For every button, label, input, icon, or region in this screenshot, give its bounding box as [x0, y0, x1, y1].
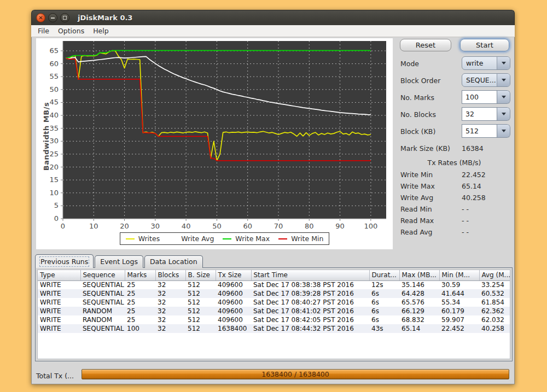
- table-cell: WRITE: [38, 324, 80, 333]
- table-cell: 62.032: [479, 315, 510, 324]
- column-header[interactable]: Blocks: [155, 270, 185, 280]
- write-avg-label: Write Avg: [400, 194, 433, 202]
- legend-item: Write Min: [278, 235, 323, 243]
- reset-button[interactable]: Reset: [400, 39, 451, 51]
- runs-table-wrap: TypeSequenceMarksBlocksB. SizeTx SizeSta…: [37, 270, 510, 359]
- svg-text:70: 70: [274, 222, 283, 230]
- table-cell: 512: [185, 280, 216, 289]
- table-cell: 409600: [216, 307, 251, 315]
- no-blocks-dropdown-button[interactable]: [497, 107, 510, 121]
- close-button[interactable]: ✕: [36, 13, 45, 22]
- read-min-label: Read Min: [400, 205, 432, 213]
- chart-legend: WritesWrite AvgWrite MaxWrite Min: [63, 232, 386, 245]
- table-cell: 60.179: [439, 307, 479, 315]
- block-order-dropdown-button[interactable]: [497, 74, 510, 86]
- read-min-value: - -: [462, 205, 469, 213]
- column-header[interactable]: Type: [38, 270, 80, 280]
- table-row[interactable]: WRITESEQUENTIAL100325121638400Sat Dec 17…: [38, 324, 510, 333]
- table-cell: 64.428: [399, 289, 439, 298]
- block-kb-dropdown-button[interactable]: [497, 124, 510, 138]
- table-row[interactable]: WRITERANDOM2532512409600Sat Dec 17 08:42…: [38, 315, 510, 324]
- no-blocks-input[interactable]: 32: [462, 107, 510, 121]
- table-cell: 61.854: [479, 298, 510, 307]
- column-header[interactable]: Avg (M...: [479, 270, 510, 280]
- runs-table: TypeSequenceMarksBlocksB. SizeTx SizeSta…: [38, 270, 510, 333]
- read-avg-value: - -: [462, 228, 469, 236]
- menu-options[interactable]: Options: [54, 25, 89, 37]
- menu-file[interactable]: File: [33, 25, 54, 37]
- table-cell: WRITE: [38, 315, 80, 324]
- menu-help[interactable]: Help: [89, 25, 113, 37]
- table-row[interactable]: WRITESEQUENTIAL2532512409600Sat Dec 17 0…: [38, 289, 510, 298]
- tab-data-location[interactable]: Data Location: [144, 255, 203, 268]
- table-cell: 409600: [216, 289, 251, 298]
- chevron-down-icon: [502, 130, 506, 132]
- svg-text:45: 45: [49, 98, 59, 106]
- minimize-button[interactable]: [48, 13, 57, 22]
- table-cell: SEQUENTIAL: [80, 289, 125, 298]
- table-row[interactable]: WRITESEQUENTIAL2532512409600Sat Dec 17 0…: [38, 298, 510, 307]
- block-kb-label: Block (KB): [400, 127, 435, 136]
- svg-text:80: 80: [305, 222, 314, 230]
- svg-text:20: 20: [120, 222, 129, 230]
- no-marks-input[interactable]: 100: [462, 90, 510, 104]
- table-cell: 100: [125, 324, 155, 333]
- table-row[interactable]: WRITERANDOM2532512409600Sat Dec 17 08:41…: [38, 307, 510, 315]
- table-cell: 41.644: [439, 289, 479, 298]
- column-header[interactable]: Sequence: [80, 270, 125, 280]
- write-max-value: 65.14: [462, 182, 481, 190]
- tx-rates-header: Tx Rates (MB/s): [396, 159, 513, 167]
- chevron-down-icon: [502, 113, 506, 115]
- svg-text:20: 20: [49, 163, 59, 171]
- table-cell: 25: [125, 307, 155, 315]
- block-order-label: Block Order: [400, 77, 440, 85]
- svg-text:90: 90: [335, 222, 345, 230]
- tab-event-logs[interactable]: Event Logs: [95, 255, 143, 268]
- controls-panel: Reset Start Mode write Block Order SEQUE…: [396, 37, 513, 249]
- mode-label: Mode: [400, 60, 419, 68]
- table-cell: 25: [125, 289, 155, 298]
- column-header[interactable]: B. Size: [185, 270, 216, 280]
- minimize-icon: [51, 17, 55, 19]
- maximize-button[interactable]: [60, 13, 69, 22]
- table-cell: 25: [125, 315, 155, 324]
- start-button[interactable]: Start: [460, 39, 509, 51]
- legend-item: Writes: [126, 235, 160, 243]
- table-cell: 62.362: [479, 307, 510, 315]
- table-row[interactable]: WRITESEQUENTIAL2532512409600Sat Dec 17 0…: [38, 280, 510, 289]
- block-order-select[interactable]: SEQUE...: [462, 73, 510, 87]
- tab-previous-runs[interactable]: Previous Runs: [35, 254, 94, 268]
- table-cell: Sat Dec 17 08:39:28 PST 2016: [251, 289, 369, 298]
- table-cell: 512: [185, 307, 216, 315]
- title-bar[interactable]: ✕ jDiskMark 0.3: [31, 10, 515, 25]
- table-cell: 12s: [369, 280, 399, 289]
- window-title: jDiskMark 0.3: [78, 14, 132, 22]
- column-header[interactable]: Durat...: [369, 270, 399, 280]
- mode-select[interactable]: write: [462, 56, 510, 70]
- svg-text:60: 60: [243, 222, 252, 230]
- table-cell: 6s: [369, 307, 399, 315]
- svg-text:0: 0: [54, 214, 59, 223]
- table-cell: WRITE: [38, 298, 80, 307]
- column-header[interactable]: Tx Size: [216, 270, 251, 280]
- write-min-value: 22.452: [462, 171, 486, 179]
- svg-text:15: 15: [49, 175, 59, 184]
- legend-item: Write Avg: [168, 235, 214, 243]
- read-max-value: - -: [462, 217, 469, 225]
- svg-text:100: 100: [364, 222, 377, 230]
- legend-label: Write Max: [235, 235, 270, 243]
- table-cell: Sat Dec 17 08:38:38 PST 2016: [251, 280, 369, 289]
- block-kb-input[interactable]: 512: [462, 124, 510, 138]
- table-cell: 22.452: [439, 324, 479, 333]
- column-header[interactable]: Start Time: [251, 270, 369, 280]
- column-header[interactable]: Min (M...: [439, 270, 479, 280]
- column-header[interactable]: Marks: [125, 270, 155, 280]
- table-cell: 30.59: [439, 280, 479, 289]
- table-cell: 6s: [369, 289, 399, 298]
- progress-text: 1638400 / 1638400: [261, 370, 329, 378]
- no-marks-dropdown-button[interactable]: [497, 90, 510, 104]
- column-header[interactable]: Max (MB...: [399, 270, 439, 280]
- legend-label: Write Avg: [181, 235, 214, 243]
- mode-dropdown-button[interactable]: [497, 57, 510, 69]
- table-cell: 32: [155, 315, 185, 324]
